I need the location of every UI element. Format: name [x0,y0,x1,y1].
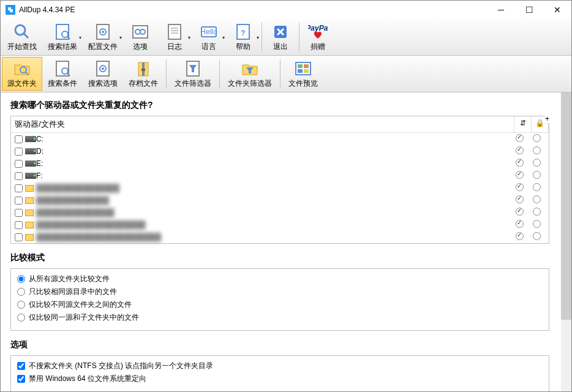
compare-radio[interactable] [17,301,25,309]
compare-option-row[interactable]: 从所有源文件夹比较文件 [17,273,543,285]
folder-search-icon [12,59,32,78]
options2-icon [93,59,113,78]
folder-icon [25,234,34,241]
maximize-button[interactable]: ☐ [515,1,543,19]
toolbar-exit-button[interactable]: 退出 [263,20,298,54]
drive-checkbox[interactable] [15,197,23,205]
option-row[interactable]: 禁用 Windows 64 位文件系统重定向 [17,372,543,385]
toolbar-language-button[interactable]: Hello语言▾ [192,20,226,54]
include-radio[interactable] [516,146,524,154]
lock-radio[interactable] [533,171,541,179]
compare-option-row[interactable]: 仅比较同一源和子文件夹中的文件 [17,311,543,324]
toolbar-help-button[interactable]: ?帮助▾ [226,20,260,54]
include-radio[interactable] [516,208,524,216]
drive-checkbox[interactable] [15,160,23,168]
drive-row[interactable]: █████████████████████ [11,219,549,231]
include-radio[interactable] [516,220,524,228]
main-toolbar: 开始查找搜索结果▾配置文件▾选项日志▾Hello语言▾?帮助▾退出PayPal捐… [1,19,571,56]
option-checkbox[interactable] [17,375,25,383]
toolbar-log-button[interactable]: 日志▾ [157,20,192,54]
drive-row[interactable]: ████████████████ [11,182,549,194]
tab-file-filter-button[interactable]: 文件筛选器 [169,57,217,91]
include-radio[interactable] [516,195,524,203]
col-header-tree-icon[interactable]: ⇵ [514,116,532,132]
compare-option-row[interactable]: 只比较相同源目录中的文件 [17,285,543,298]
include-radio[interactable] [516,171,524,179]
drive-row[interactable]: ██████████████ [11,194,549,206]
drive-icon [25,160,36,167]
tab-options2-button[interactable]: 搜索选项 [83,57,123,91]
result-icon [53,22,72,42]
tab-label: 文件夹筛选器 [228,78,272,89]
include-radio[interactable] [516,183,524,191]
help-icon: ? [233,22,253,42]
drive-checkbox[interactable] [15,233,23,241]
close-button[interactable]: ✕ [543,1,571,19]
option-row[interactable]: 不搜索文件夹 (NTFS 交接点) 该点指向另一个文件夹目录 [17,360,543,372]
vertical-scrollbar[interactable] [561,92,571,392]
minimize-button[interactable]: ─ [487,1,515,19]
drive-icon [25,173,36,179]
tab-preview-button[interactable]: 文件预览 [283,57,323,91]
lock-radio[interactable] [533,146,541,154]
svg-rect-35 [298,64,303,68]
dropdown-arrow-icon: ▾ [257,34,259,40]
svg-text:?: ? [241,29,245,37]
svg-point-1 [15,25,25,35]
lock-radio[interactable] [533,159,541,167]
language-icon: Hello [199,22,219,42]
drive-checkbox[interactable] [15,184,23,192]
compare-radio[interactable] [17,314,25,322]
col-header-name[interactable]: 驱动器/文件夹 [11,116,514,132]
toolbar-result-button[interactable]: 搜索结果▾ [42,20,83,54]
drive-checkbox[interactable] [15,148,23,156]
dropdown-arrow-icon: ▾ [188,34,190,40]
drive-row[interactable]: E: [11,157,549,170]
lock-radio[interactable] [533,195,541,203]
drive-name-label: C: [36,135,511,143]
tab-label: 文件筛选器 [175,78,211,89]
svg-text:Hello: Hello [200,28,217,36]
drive-checkbox[interactable] [15,172,23,180]
drive-row[interactable]: ███████████████ [11,206,549,219]
compare-option-row[interactable]: 仅比较不同源文件夹之间的文件 [17,298,543,311]
toolbar-options-button[interactable]: 选项 [123,20,157,54]
toolbar-profile-button[interactable]: 配置文件▾ [83,20,123,54]
tab-archive-button[interactable]: 存档文件 [123,57,164,91]
drive-checkbox[interactable] [15,209,23,217]
toolbar-donate-button[interactable]: PayPal捐赠 [301,20,335,54]
content-area: 搜索哪个驱动器或文件夹重复的文件? 驱动器/文件夹 ⇵ 🔒 C: D: E: F… [1,92,571,392]
drive-row[interactable]: D: [11,145,549,157]
lock-radio[interactable] [533,134,541,142]
drive-name-label: ███████████████ [36,208,511,217]
toolbar-search-button[interactable]: 开始查找 [2,20,42,54]
toolbar-label: 选项 [133,42,148,52]
compare-mode-title: 比较模式 [10,252,562,263]
lock-radio[interactable] [533,220,541,228]
include-radio[interactable] [516,134,524,142]
folder-icon [25,197,34,204]
dropdown-arrow-icon: ▾ [119,34,122,40]
lock-radio[interactable] [533,183,541,191]
compare-option-label: 从所有源文件夹比较文件 [29,274,110,284]
include-radio[interactable] [516,232,524,240]
drive-row[interactable]: F: [11,170,549,182]
tab-folder-filter-button[interactable]: 文件夹筛选器 [222,57,277,91]
toolbar-label: 语言 [201,42,216,52]
svg-line-2 [24,34,28,38]
add-folder-button[interactable]: + [545,115,549,124]
drive-row[interactable]: C: [11,133,549,145]
lock-radio[interactable] [533,208,541,216]
tab-criteria-button[interactable]: 搜索条件 [42,57,83,91]
option-checkbox[interactable] [17,362,25,370]
compare-radio[interactable] [17,275,25,283]
lock-radio[interactable] [533,232,541,240]
options-title: 选项 [10,339,562,350]
include-radio[interactable] [516,159,524,167]
compare-radio[interactable] [17,288,25,296]
drive-row[interactable]: ████████████████████████ [11,231,549,243]
drive-checkbox[interactable] [15,135,23,143]
drive-checkbox[interactable] [15,221,23,229]
scrollbar-thumb[interactable] [561,92,571,320]
tab-folder-search-button[interactable]: 源文件夹 [2,57,42,91]
